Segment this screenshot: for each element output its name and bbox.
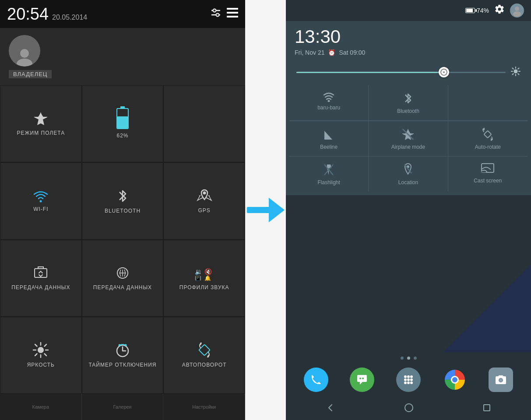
bluetooth-icon xyxy=(116,188,129,204)
svg-line-38 xyxy=(518,74,519,74)
svg-line-24 xyxy=(45,344,47,346)
svg-point-63 xyxy=(499,379,502,382)
svg-point-1 xyxy=(213,9,216,12)
brightness-slider[interactable] xyxy=(296,72,506,73)
nav-home[interactable] xyxy=(404,403,414,413)
tile-auto-rotate-label: АВТОПОВОРОТ xyxy=(182,362,227,369)
tile-sleep-timer[interactable]: ТАЙМЕР ОТКЛЮЧЕНИЯ xyxy=(82,317,164,394)
left-panel: 20:54 20.05.2014 xyxy=(0,0,245,420)
brightness-section xyxy=(286,60,531,85)
svg-point-17 xyxy=(38,347,44,353)
svg-rect-4 xyxy=(227,8,238,10)
wallpaper-area xyxy=(286,195,531,352)
tile-data2[interactable]: ПЕРЕДАЧА ДАННЫХ xyxy=(82,240,164,317)
right-time-section: 13:30 Fri, Nov 21 ⏰ Sat 09:00 xyxy=(286,21,531,60)
tile-battery[interactable]: 62% xyxy=(82,85,164,162)
nav-recents[interactable] xyxy=(482,403,491,412)
dock-messages[interactable] xyxy=(350,368,374,392)
brightness-sun-icon xyxy=(511,66,520,78)
gps-icon xyxy=(197,188,212,204)
qs-airplane-icon xyxy=(401,127,415,141)
tile-flight-mode[interactable]: РЕЖИМ ПОЛЕТА xyxy=(0,85,82,162)
user-section: ВЛАДЕЛЕЦ xyxy=(0,28,245,85)
username-label: ВЛАДЕЛЕЦ xyxy=(13,71,47,77)
svg-point-27 xyxy=(124,344,127,346)
arrow-right-icon xyxy=(247,198,285,222)
qs-cast-icon xyxy=(481,163,495,175)
sound-icon: 🔉 🔇 📳 🔔 xyxy=(195,265,214,281)
qs-flashlight[interactable]: Flashlight xyxy=(289,157,369,192)
bottom-settings[interactable]: Настройки xyxy=(163,394,245,420)
qs-autorotate[interactable]: Auto-rotate xyxy=(448,121,527,157)
dock-apps[interactable] xyxy=(396,368,421,392)
dock-camera[interactable] xyxy=(489,368,513,392)
tile-gps[interactable]: GPS xyxy=(163,162,245,239)
nav-back[interactable] xyxy=(326,403,335,413)
qs-wifi-icon xyxy=(322,91,335,102)
svg-point-56 xyxy=(404,378,407,381)
qs-bluetooth-icon xyxy=(403,91,413,105)
right-panel: 74% 13:30 Fri, Nov 21 ⏰ Sat 09:00 xyxy=(286,0,531,420)
tile-brightness[interactable]: ЯРКОСТЬ xyxy=(0,317,82,394)
alarm-time: Sat 09:00 xyxy=(339,49,365,56)
qs-location[interactable]: Location xyxy=(369,157,448,192)
quick-settings-grid: baru-baru Bluetooth Beeline xyxy=(286,85,531,195)
equalizer-icon[interactable] xyxy=(210,7,222,21)
tile-brightness-label: ЯРКОСТЬ xyxy=(27,362,55,369)
bottom-gallery[interactable]: Галерея xyxy=(82,394,164,420)
qs-airplane[interactable]: Airplane mode xyxy=(369,121,448,157)
right-time: 13:30 xyxy=(295,26,522,47)
svg-rect-29 xyxy=(199,344,210,355)
tile-data1[interactable]: ПЕРЕДАЧА ДАННЫХ xyxy=(0,240,82,317)
svg-text:🔔: 🔔 xyxy=(204,275,211,281)
svg-point-60 xyxy=(407,382,410,384)
data-transfer1-icon xyxy=(33,265,49,281)
tile-bluetooth[interactable]: BLUETOOTH xyxy=(82,162,164,239)
battery-pct-label: 62% xyxy=(116,133,128,140)
alarm-icon: ⏰ xyxy=(328,49,335,56)
bottom-camera[interactable]: Камера xyxy=(0,394,82,420)
tile-wifi[interactable]: WI-FI xyxy=(0,162,82,239)
username-badge: ВЛАДЕЛЕЦ xyxy=(9,70,52,78)
qs-autorotate-icon xyxy=(481,127,495,141)
gallery-label: Галерея xyxy=(113,404,131,410)
dock-phone[interactable] xyxy=(304,368,328,392)
qs-bluetooth[interactable]: Bluetooth xyxy=(369,85,448,121)
svg-point-61 xyxy=(410,382,413,384)
tile-sound[interactable]: 🔉 🔇 📳 🔔 ПРОФИЛИ ЗВУКА xyxy=(163,240,245,317)
qs-beeline-icon xyxy=(323,127,335,141)
qs-beeline-label: Beeline xyxy=(320,144,338,150)
svg-point-32 xyxy=(514,70,518,74)
quick-tiles-grid: РЕЖИМ ПОЛЕТА 62% xyxy=(0,85,245,394)
battery-display xyxy=(116,108,129,129)
right-date: Fri, Nov 21 xyxy=(295,49,324,56)
svg-point-41 xyxy=(328,100,330,102)
svg-rect-50 xyxy=(482,171,486,172)
svg-line-39 xyxy=(518,68,519,69)
qs-wifi[interactable]: baru-baru xyxy=(289,85,369,121)
list-icon[interactable] xyxy=(227,8,238,20)
tile-auto-rotate[interactable]: АВТОПОВОРОТ xyxy=(163,317,245,394)
svg-point-54 xyxy=(407,375,410,378)
svg-line-25 xyxy=(35,354,37,356)
qs-flashlight-label: Flashlight xyxy=(317,179,340,186)
svg-rect-6 xyxy=(227,16,238,18)
tile-sound-label: ПРОФИЛИ ЗВУКА xyxy=(179,284,229,291)
svg-line-37 xyxy=(513,68,513,69)
qs-cast[interactable]: Cast screen xyxy=(448,157,527,192)
qs-airplane-label: Airplane mode xyxy=(391,144,425,150)
qs-wifi-label: baru-baru xyxy=(317,105,340,111)
qs-beeline[interactable]: Beeline xyxy=(289,121,369,157)
sleep-timer-icon xyxy=(114,342,131,358)
svg-point-55 xyxy=(410,375,413,378)
svg-point-58 xyxy=(410,378,413,381)
svg-line-40 xyxy=(513,74,513,74)
svg-point-8 xyxy=(17,59,32,66)
right-status-bar: 74% xyxy=(286,0,531,21)
battery-status: 74% xyxy=(465,7,489,14)
brightness-icon xyxy=(32,342,49,358)
settings-icon[interactable] xyxy=(494,4,505,17)
brightness-thumb[interactable] xyxy=(439,67,449,77)
svg-point-64 xyxy=(405,404,413,412)
dock-chrome[interactable] xyxy=(443,368,467,392)
